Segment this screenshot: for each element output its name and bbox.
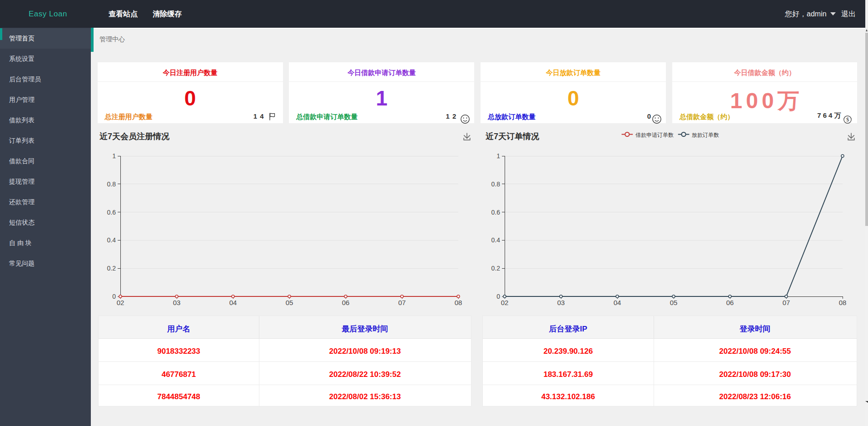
- svg-text:03: 03: [173, 299, 181, 306]
- svg-text:0.2: 0.2: [107, 265, 116, 272]
- svg-text:0.4: 0.4: [491, 236, 501, 244]
- svg-text:04: 04: [614, 299, 621, 306]
- svg-text:0: 0: [496, 293, 500, 300]
- svg-text:0.6: 0.6: [491, 209, 501, 216]
- svg-text:06: 06: [726, 299, 734, 306]
- svg-text:0.2: 0.2: [491, 265, 501, 272]
- svg-text:08: 08: [839, 299, 847, 306]
- svg-text:1: 1: [496, 152, 500, 160]
- svg-text:0: 0: [112, 293, 116, 300]
- svg-text:07: 07: [398, 299, 406, 306]
- svg-text:06: 06: [342, 299, 350, 306]
- svg-text:03: 03: [557, 299, 565, 306]
- svg-text:$: $: [846, 116, 849, 123]
- svg-text:02: 02: [117, 299, 124, 306]
- svg-text:07: 07: [783, 299, 790, 306]
- svg-text:0.8: 0.8: [107, 180, 116, 188]
- svg-text:05: 05: [670, 299, 678, 306]
- svg-text:05: 05: [286, 299, 293, 306]
- svg-text:1: 1: [112, 152, 116, 160]
- svg-text:0.4: 0.4: [107, 236, 116, 244]
- svg-text:04: 04: [229, 299, 237, 306]
- svg-text:02: 02: [501, 299, 509, 306]
- svg-text:0.8: 0.8: [491, 180, 501, 188]
- svg-text:08: 08: [455, 299, 462, 306]
- svg-text:0.6: 0.6: [107, 209, 116, 216]
